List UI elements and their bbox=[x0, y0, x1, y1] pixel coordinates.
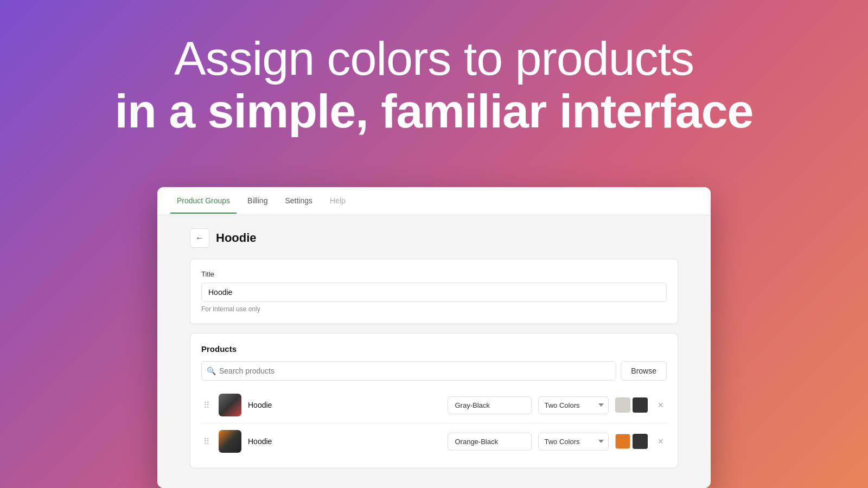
title-input[interactable] bbox=[201, 282, 667, 302]
hero-line1: Assign colors to products bbox=[0, 33, 868, 85]
swatch-2b bbox=[633, 434, 648, 449]
title-hint: For internal use only bbox=[201, 305, 667, 313]
swatch-1a bbox=[615, 397, 630, 413]
drag-handle-icon[interactable]: ⠿ bbox=[201, 398, 212, 413]
row-divider bbox=[201, 423, 667, 423]
search-row: 🔍 Browse bbox=[201, 361, 667, 381]
products-card: Products 🔍 Browse ⠿ Hoodie Two Colors bbox=[190, 333, 678, 468]
content-area: ← Hoodie Title For internal use only Pro… bbox=[157, 215, 711, 488]
title-field-label: Title bbox=[201, 270, 667, 278]
product-name-2: Hoodie bbox=[248, 437, 441, 446]
type-select-1[interactable]: Two Colors One Color Three Colors bbox=[538, 396, 609, 414]
title-card: Title For internal use only bbox=[190, 259, 678, 324]
nav-bar: Product Groups Billing Settings Help bbox=[157, 187, 711, 215]
hero-section: Assign colors to products in a simple, f… bbox=[0, 0, 868, 138]
browse-button[interactable]: Browse bbox=[621, 361, 667, 381]
remove-button-1[interactable]: × bbox=[654, 398, 667, 412]
search-icon: 🔍 bbox=[207, 367, 216, 375]
page-title: Hoodie bbox=[216, 231, 257, 245]
swatch-1b bbox=[633, 397, 648, 413]
search-input[interactable] bbox=[201, 361, 616, 381]
drag-handle-icon-2[interactable]: ⠿ bbox=[201, 434, 212, 449]
tab-settings[interactable]: Settings bbox=[278, 189, 319, 214]
remove-button-2[interactable]: × bbox=[654, 434, 667, 448]
back-button[interactable]: ← bbox=[190, 228, 209, 248]
tab-product-groups[interactable]: Product Groups bbox=[170, 189, 237, 214]
app-window: Product Groups Billing Settings Help ← H… bbox=[157, 187, 711, 488]
swatch-2a bbox=[615, 434, 630, 449]
type-select-2[interactable]: Two Colors One Color Three Colors bbox=[538, 433, 609, 451]
table-row: ⠿ Hoodie Two Colors One Color Three Colo… bbox=[201, 426, 667, 457]
products-section-title: Products bbox=[201, 344, 667, 354]
product-image-2 bbox=[219, 430, 241, 453]
tab-help[interactable]: Help bbox=[323, 189, 352, 214]
color-swatches-1 bbox=[615, 397, 648, 413]
tab-billing[interactable]: Billing bbox=[241, 189, 274, 214]
search-wrapper: 🔍 bbox=[201, 361, 616, 381]
color-input-2[interactable] bbox=[448, 433, 532, 451]
page-header: ← Hoodie bbox=[190, 228, 678, 248]
table-row: ⠿ Hoodie Two Colors One Color Three Colo… bbox=[201, 389, 667, 421]
product-image-1 bbox=[219, 394, 241, 416]
color-swatches-2 bbox=[615, 434, 648, 449]
color-input-1[interactable] bbox=[448, 396, 532, 414]
product-name-1: Hoodie bbox=[248, 401, 441, 409]
hero-line2: in a simple, familiar interface bbox=[0, 85, 868, 138]
